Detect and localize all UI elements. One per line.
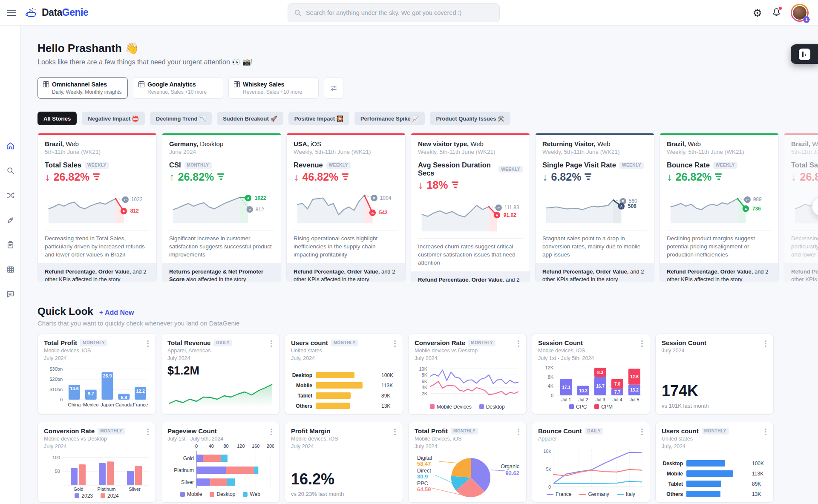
quick-card-chart: Desktop100KMobile113KTablet89KOthers13K [291, 362, 397, 409]
legend-item: Desktop [479, 404, 505, 410]
global-search[interactable] [288, 3, 500, 22]
story-description: Rising operational costs highlight ineff… [294, 230, 398, 263]
quick-look-card-conversion-rate[interactable]: Conversion RateMONTHLYMobile devices vs … [408, 334, 527, 415]
sidebar-item-shuffle[interactable] [3, 188, 17, 202]
kebab-menu-icon[interactable] [144, 339, 151, 348]
hbar-category: Others [662, 491, 683, 497]
story-filter-chip[interactable]: Negative Impact 📛 [82, 112, 145, 125]
quick-look-card-session-count[interactable]: Session CountJuly 2024174Kvs 101K last m… [655, 334, 774, 415]
quick-look-card-total-profit[interactable]: Total ProfitMONTHLYMobile devices, iOSJu… [408, 422, 527, 503]
clipboard-icon [6, 240, 15, 249]
quick-card-title: Total Profit [415, 427, 448, 435]
legend-swatch [75, 493, 79, 498]
svg-text:8.3: 8.3 [597, 370, 603, 375]
story-card[interactable]: New visitor type, WebWeekly, 5th-11th Ju… [411, 133, 530, 282]
story-filter-chip[interactable]: Product Quality Issues ⚒️ [430, 112, 510, 125]
story-card[interactable]: Brazil, WebWeekly, 5th-11th June (WK21)B… [660, 133, 779, 282]
big-value-compare: vs 101K last month [662, 403, 767, 409]
hbar-value: 89K [381, 393, 397, 399]
kebab-menu-icon[interactable] [639, 339, 645, 348]
hamburger-menu-icon[interactable] [7, 8, 16, 17]
story-filter-chip[interactable]: Sudden Breakout 🚀 [217, 112, 283, 125]
svg-text:12K: 12K [545, 365, 553, 370]
quick-look-card-session-count[interactable]: Session CountMobile devices, iOSJuly 1st… [532, 334, 650, 415]
app-logo[interactable]: DataGenie [25, 7, 88, 19]
svg-text:4K: 4K [548, 383, 554, 389]
quick-card-chart: 16.2%vs 20.23% last month [291, 450, 397, 498]
quick-look-card-users-count[interactable]: Users countMONTHLYUnited statesJuly, 202… [655, 422, 774, 503]
dataset-tab-whiskey-sales[interactable]: Whiskey SalesRevenue, Sales +10 more [228, 77, 319, 99]
story-card[interactable]: Returning Visitor, WebWeekly, 5th-11th J… [535, 133, 654, 282]
sidebar-item-table[interactable] [3, 262, 17, 276]
quick-look-title: Quick Look [37, 305, 93, 317]
svg-text:812: 812 [256, 207, 264, 213]
story-filter-chip[interactable]: Positive Impact 🎇 [288, 112, 349, 125]
quick-look-card-pageview-count[interactable]: Pageview CountJuly 1st - July 5th, 20240… [161, 422, 279, 503]
quick-look-card-conversion-rate[interactable]: Conversion RateMONTHLYMobile devices vs … [37, 422, 156, 503]
kebab-menu-icon[interactable] [268, 339, 275, 348]
quick-card-subtitle: United states [291, 347, 397, 354]
quick-card-header: Total RevenueDAILY [167, 339, 273, 346]
kebab-menu-icon[interactable] [392, 427, 398, 436]
hbar-value: 13K [752, 491, 767, 497]
story-change-value: ↓26.82% [667, 171, 772, 183]
quick-look-card-users-count[interactable]: Users countMONTHLYUnited statesJuly, 202… [285, 334, 403, 415]
user-avatar[interactable]: 1 [791, 4, 809, 22]
kebab-menu-icon[interactable] [762, 339, 769, 348]
svg-text:100: 100 [52, 455, 60, 460]
story-filter-chip[interactable]: Performance Spike 📈 [354, 112, 425, 125]
quick-look-card-total-profit[interactable]: Total ProfitMONTHLYMobile devices, iOSJu… [37, 334, 156, 415]
bell-icon[interactable] [772, 7, 781, 19]
period-badge: MONTHLY [98, 428, 125, 435]
sidebar-item-home[interactable] [3, 138, 17, 153]
story-footer: Refund Percentage, Order Value, and 2 ot… [660, 263, 778, 282]
collapse-panel-button[interactable]: ‹ [791, 44, 818, 64]
sidebar-item-clipboard[interactable] [3, 237, 17, 252]
story-change-value: ↑26.82% [169, 171, 274, 183]
collapse-panel-icon: ‹ [799, 49, 810, 60]
kebab-menu-icon[interactable] [144, 427, 151, 436]
dataset-filter-button[interactable] [324, 77, 343, 99]
legend-swatch [101, 493, 105, 498]
hbar-category: Tablet [662, 481, 683, 487]
story-card[interactable]: USA, iOSWeekly, 5th-11th June (WK21)Reve… [286, 133, 406, 282]
svg-text:$10bn: $10bn [49, 387, 63, 392]
trend-arrow-icon: ↓ [294, 171, 299, 183]
hbar-bar [686, 470, 733, 477]
quick-card-header: Total ProfitMONTHLY [44, 339, 150, 346]
quick-look-card-bounce-count[interactable]: Bounce CountDAILYApparel10k5k0FranceGerm… [532, 422, 650, 503]
quick-look-card-profit-margin[interactable]: Profit MarginMobile devices, iOSJuly 202… [285, 422, 403, 503]
add-new-button[interactable]: + Add New [99, 309, 134, 317]
legend-item: CPC [569, 404, 587, 410]
gear-icon[interactable]: ⚙ [753, 8, 762, 18]
story-card[interactable]: Brazil, Web5th-11th June (WK21)Total Sal… [37, 133, 157, 282]
svg-text:A: A [247, 196, 250, 200]
dataset-tab-google-analytics[interactable]: Google AnalyticsRevenue, Sales +10 more [133, 77, 223, 99]
story-subtitle: Weekly, 5th-11th June (WK21) [418, 149, 523, 155]
period-badge: MONTHLY [702, 428, 729, 435]
legend-swatch [579, 494, 586, 495]
svg-text:P: P [622, 199, 624, 203]
kebab-menu-icon[interactable] [639, 427, 645, 436]
kebab-menu-icon[interactable] [392, 339, 398, 348]
quick-look-card-total-revenue[interactable]: Total RevenueDAILYApparel, AmericasJuly … [161, 334, 279, 415]
kebab-menu-icon[interactable] [268, 427, 275, 436]
sidebar-item-feedback[interactable] [3, 287, 17, 301]
sidebar-item-discover[interactable] [3, 163, 17, 178]
story-filter-chip[interactable]: All Stories [37, 112, 77, 125]
sidebar-item-rocket[interactable] [3, 213, 17, 227]
legend-swatch [243, 492, 248, 497]
legend-item: 2023 [75, 493, 93, 499]
kebab-menu-icon[interactable] [762, 427, 769, 436]
dataset-tab-omnichannel-sales[interactable]: Omnichannel SalesDaily, Weekly, Monthly … [37, 77, 128, 99]
kebab-menu-icon[interactable] [515, 427, 522, 436]
search-input[interactable] [306, 9, 493, 16]
hbar-bar [316, 382, 363, 389]
quick-card-title: Session Count [662, 339, 706, 346]
legend-swatch [617, 494, 624, 495]
quick-card-subtitle: July 2024 [167, 355, 273, 362]
story-card[interactable]: Germany, DesktopJune 2024CSI MONTHLY↑26.… [162, 133, 281, 282]
story-filter-chip[interactable]: Declining Trend 📉 [150, 112, 212, 125]
hbar-value: 89K [752, 481, 767, 487]
kebab-menu-icon[interactable] [515, 339, 522, 348]
